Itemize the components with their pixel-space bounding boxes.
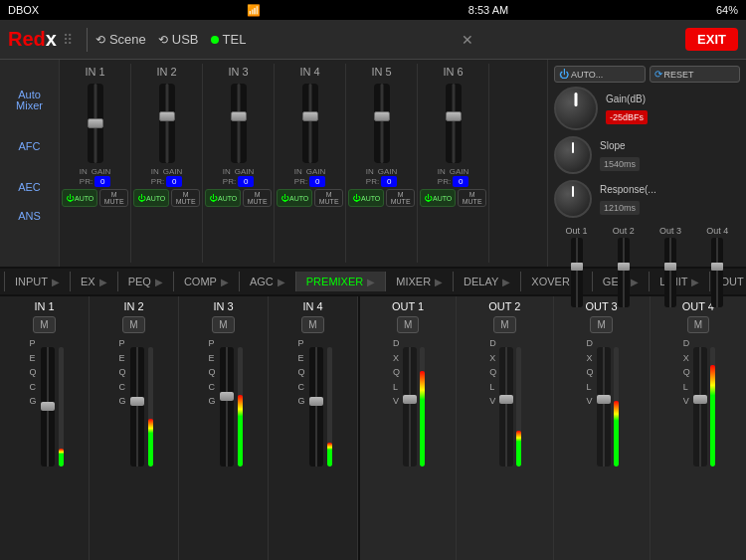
bot-out1-fader[interactable] [403, 347, 417, 467]
ch4-fader[interactable] [302, 84, 318, 163]
bot-in4-mute[interactable]: M [301, 316, 323, 333]
channel-1: IN 1 IN GAIN PR: 0 ⏻AUTO M MUTE [60, 64, 131, 263]
ch4-mute-btn[interactable]: M MUTE [314, 189, 343, 207]
ch5-fader[interactable] [374, 84, 390, 163]
ch4-auto-btn[interactable]: ⏻AUTO [277, 189, 312, 207]
tab-limit[interactable]: LIMIT ▶ [650, 272, 710, 291]
tab-input[interactable]: INPUT ▶ [4, 272, 71, 291]
bot-in3-fader[interactable] [220, 347, 234, 467]
ch1-pr-label: PR: [80, 177, 93, 186]
ch6-fader-track [452, 84, 455, 163]
auto-button[interactable]: ⏻ AUTO... [554, 66, 646, 83]
bot-out2-thumb[interactable] [499, 395, 513, 404]
gain-knob[interactable] [554, 87, 598, 130]
exit-button[interactable]: EXIT [685, 28, 738, 51]
ch2-auto-btn[interactable]: ⏻AUTO [133, 189, 169, 207]
bot-in3-mute[interactable]: M [212, 316, 234, 333]
ch5-auto-btn[interactable]: ⏻AUTO [348, 189, 384, 207]
ch6-auto-btn[interactable]: ⏻AUTO [420, 189, 456, 207]
bot-out2-fader[interactable] [499, 347, 513, 467]
bot-out1-thumb[interactable] [403, 395, 417, 404]
gain-value: -25dBFs [606, 110, 648, 124]
out2-thumb[interactable] [618, 263, 630, 271]
ch5-fader-thumb[interactable] [374, 111, 390, 121]
out1-fader[interactable] [571, 238, 583, 307]
bot-out3-fader[interactable] [597, 347, 611, 467]
drag-icon: ⠿ [63, 32, 73, 48]
ch2-fader-thumb[interactable] [159, 111, 175, 121]
reset-button[interactable]: ⟳ RESET [650, 66, 741, 83]
slope-label: Slope [600, 140, 740, 151]
ch2-fader[interactable] [159, 84, 175, 163]
ch2-pr-val: 0 [166, 176, 182, 187]
reset-btn-label: RESET [664, 70, 694, 80]
ch5-mute-btn[interactable]: M MUTE [386, 189, 415, 207]
tab-premixer[interactable]: PREMIXER ▶ [296, 272, 386, 291]
out4-fader[interactable] [711, 238, 723, 307]
tab-peq[interactable]: PEQ ▶ [118, 272, 174, 291]
logo-x: x [46, 28, 57, 51]
ch6-mute-btn[interactable]: M MUTE [458, 189, 486, 207]
ch3-label: IN 3 [228, 66, 248, 78]
bot-in1-fader[interactable] [41, 347, 55, 467]
response-knob-row: Response(... 1210ms [554, 180, 740, 218]
slope-knob[interactable] [554, 136, 592, 174]
bot-out4-fader[interactable] [693, 347, 707, 467]
out3-fader[interactable] [664, 238, 676, 307]
ch1-mute-btn[interactable]: M MUTE [99, 189, 128, 207]
bot-out1-mute[interactable]: M [397, 316, 419, 333]
bot-in2-thumb[interactable] [130, 397, 144, 406]
tab-comp[interactable]: COMP ▶ [174, 272, 240, 291]
out1-thumb[interactable] [571, 263, 583, 271]
bot-in2-vu-fill [148, 419, 153, 467]
ch1-auto-btn[interactable]: ⏻AUTO [62, 189, 97, 207]
tab-limit-arrow: ▶ [691, 277, 699, 287]
out3-track [669, 238, 671, 307]
bot-in4-thumb[interactable] [309, 397, 323, 406]
ch3-mute-btn[interactable]: M MUTE [243, 189, 272, 207]
bot-in4-fader[interactable] [309, 347, 323, 467]
bot-out4-vu [710, 347, 715, 467]
tab-ex[interactable]: EX ▶ [71, 272, 118, 291]
bot-in2-fader[interactable] [130, 347, 144, 467]
response-value: 1210ms [600, 201, 640, 215]
scene-label: Scene [109, 32, 146, 47]
bot-out1-vu [420, 347, 425, 467]
scene-button[interactable]: ⟲ Scene [95, 32, 146, 47]
out2-fader[interactable] [618, 238, 630, 307]
bot-in2-mute[interactable]: M [122, 316, 144, 333]
bot-in2: IN 2 M P E Q C G [90, 296, 179, 560]
ch3-auto-btn[interactable]: ⏻AUTO [205, 189, 241, 207]
bot-out3-mute[interactable]: M [590, 316, 612, 333]
channel-4: IN 4 IN GAIN PR: 0 ⏻AUTO M MUTE [275, 64, 346, 263]
ch4-fader-thumb[interactable] [302, 111, 318, 121]
ch3-fader[interactable] [231, 84, 247, 163]
bot-in1-mute[interactable]: M [33, 316, 55, 333]
bot-in4-label: IN 4 [302, 300, 322, 312]
out3-thumb[interactable] [664, 263, 676, 271]
ch6-fader-thumb[interactable] [446, 111, 462, 121]
out4-thumb[interactable] [711, 263, 723, 271]
tab-delay[interactable]: DELAY ▶ [454, 272, 521, 291]
bot-in1-thumb[interactable] [41, 402, 55, 411]
bot-out4-thumb[interactable] [693, 395, 707, 404]
ch6-fader[interactable] [446, 84, 462, 163]
out2-track [623, 238, 625, 307]
usb-button[interactable]: ⟲ USB [158, 32, 199, 47]
bot-out4-mute[interactable]: M [687, 316, 709, 333]
ch2-mute-btn[interactable]: M MUTE [171, 189, 200, 207]
bot-in3-thumb[interactable] [220, 392, 234, 401]
tab-agc[interactable]: AGC ▶ [240, 272, 296, 291]
bot-out3-thumb[interactable] [597, 395, 611, 404]
bot-in3-label: IN 3 [213, 300, 233, 312]
ch1-fader-thumb[interactable] [88, 118, 103, 128]
auto-mixer-label: AutoMixer [16, 90, 43, 111]
tel-button[interactable]: TEL [211, 32, 247, 47]
response-knob[interactable] [554, 180, 592, 218]
bot-out3-dxql: D X Q L V [587, 337, 594, 408]
ch1-fader[interactable] [88, 84, 103, 163]
tab-mixer[interactable]: MIXER ▶ [386, 272, 454, 291]
ch3-fader-thumb[interactable] [231, 111, 247, 121]
bot-in4-vu [327, 347, 332, 467]
bot-out2-mute[interactable]: M [493, 316, 515, 333]
